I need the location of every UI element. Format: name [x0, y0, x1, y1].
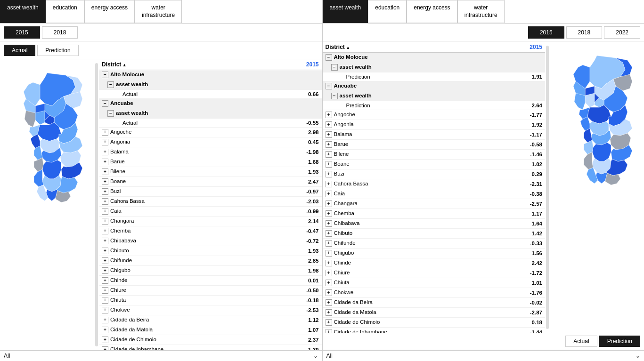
expand-icon[interactable]: +	[326, 319, 332, 326]
expand-icon[interactable]: +	[102, 159, 108, 165]
expand-icon[interactable]: +	[102, 218, 108, 225]
expand-icon[interactable]: +	[102, 188, 108, 195]
right-table-area[interactable]: District 2015 −Alto Molocue−asset wealth…	[323, 42, 546, 333]
expand-icon[interactable]: +	[326, 289, 332, 296]
expand-icon[interactable]: +	[326, 181, 332, 187]
left-tab-asset-wealth[interactable]: asset wealth	[0, 0, 46, 23]
left-table-area[interactable]: District 2015 −Alto Molocue−asset wealth…	[99, 59, 322, 350]
expand-icon[interactable]: +	[102, 337, 108, 343]
left-tab-education[interactable]: education	[46, 0, 84, 23]
row-label: Chigubo	[334, 250, 354, 256]
cell-value: 1.93	[274, 167, 322, 177]
expand-icon[interactable]: +	[326, 191, 332, 197]
right-col-district[interactable]: District	[323, 42, 498, 53]
expand-icon[interactable]: +	[326, 230, 332, 237]
right-year-2018[interactable]: 2018	[566, 26, 603, 39]
left-year-2015[interactable]: 2015	[4, 26, 40, 39]
right-tab-asset-wealth[interactable]: asset wealth	[323, 0, 368, 23]
right-panel: asset wealth education energy access wat…	[323, 0, 644, 361]
expand-icon[interactable]: +	[102, 297, 108, 304]
expand-icon[interactable]: +	[326, 270, 332, 276]
cell-value: -1.46	[497, 150, 545, 160]
left-mozambique-map	[5, 68, 90, 341]
expand-icon[interactable]: +	[326, 141, 332, 148]
collapse-icon[interactable]: −	[331, 64, 338, 71]
collapse-icon[interactable]: −	[326, 54, 332, 61]
left-col-year[interactable]: 2015	[274, 59, 322, 70]
left-footer-chevron[interactable]: ⌄	[313, 353, 318, 359]
expand-icon[interactable]: +	[102, 139, 108, 145]
expand-icon[interactable]: +	[102, 168, 108, 175]
expand-icon[interactable]: +	[326, 151, 332, 158]
left-year-2018[interactable]: 2018	[42, 26, 78, 39]
table-row: +Cidade de Chimoio0.18	[323, 318, 546, 328]
collapse-icon[interactable]: −	[102, 72, 108, 78]
cell-value	[274, 109, 322, 119]
expand-icon[interactable]: +	[102, 149, 108, 155]
expand-icon[interactable]: +	[102, 198, 108, 205]
expand-icon[interactable]: +	[102, 346, 108, 350]
expand-icon[interactable]: +	[102, 267, 108, 274]
right-tab-water-infrastructure[interactable]: waterinfrastructure	[457, 0, 505, 23]
right-tab-education[interactable]: education	[368, 0, 407, 23]
expand-icon[interactable]: +	[326, 280, 332, 286]
expand-icon[interactable]: +	[102, 277, 108, 284]
expand-icon[interactable]: +	[102, 238, 108, 244]
expand-icon[interactable]: +	[326, 131, 332, 138]
right-tab-energy-access[interactable]: energy access	[407, 0, 457, 23]
expand-icon[interactable]: +	[326, 220, 332, 227]
expand-icon[interactable]: +	[102, 248, 108, 254]
expand-icon[interactable]: +	[326, 210, 332, 217]
expand-icon[interactable]: +	[326, 309, 332, 316]
collapse-icon[interactable]: −	[331, 93, 338, 99]
expand-icon[interactable]: +	[102, 287, 108, 294]
expand-icon[interactable]: +	[326, 299, 332, 306]
collapse-icon[interactable]: −	[107, 110, 114, 117]
right-actual-button[interactable]: Actual	[565, 336, 597, 347]
left-col-district[interactable]: District	[99, 59, 274, 70]
right-year-2022[interactable]: 2022	[604, 26, 640, 39]
collapse-icon[interactable]: −	[102, 100, 108, 107]
row-label: Cidade de Chimoio	[334, 319, 380, 325]
expand-icon[interactable]: +	[326, 161, 332, 168]
right-prediction-button[interactable]: Prediction	[599, 336, 640, 347]
row-label: Chemba	[334, 210, 354, 216]
table-row: +Balama-1.98	[99, 147, 322, 157]
expand-icon[interactable]: +	[102, 327, 108, 333]
cell-value: -0.97	[274, 187, 322, 197]
left-actual-button[interactable]: Actual	[4, 45, 35, 56]
expand-icon[interactable]: +	[326, 329, 332, 333]
left-footer-all: All	[4, 353, 10, 359]
right-footer-chevron[interactable]: ⌄	[636, 353, 640, 359]
left-prediction-button[interactable]: Prediction	[37, 45, 78, 56]
expand-icon[interactable]: +	[326, 240, 332, 247]
expand-icon[interactable]: +	[102, 129, 108, 136]
cell-value: 2.47	[274, 177, 322, 187]
expand-icon[interactable]: +	[102, 257, 108, 264]
left-tab-water-infrastructure[interactable]: waterinfrastructure	[135, 0, 182, 23]
expand-icon[interactable]: +	[326, 112, 332, 118]
expand-icon[interactable]: +	[326, 250, 332, 257]
left-content-area: District 2015 −Alto Molocue−asset wealth…	[0, 59, 322, 350]
left-tab-energy-access[interactable]: energy access	[84, 0, 135, 23]
row-label: Ancuabe	[110, 100, 133, 106]
collapse-icon[interactable]: −	[107, 81, 114, 88]
row-label: Angoche	[110, 129, 131, 135]
expand-icon[interactable]: +	[326, 260, 332, 266]
table-row: −asset wealth	[323, 91, 546, 101]
expand-icon[interactable]: +	[102, 317, 108, 323]
expand-icon[interactable]: +	[102, 228, 108, 234]
right-col-year[interactable]: 2015	[497, 42, 545, 53]
expand-icon[interactable]: +	[102, 208, 108, 215]
expand-icon[interactable]: +	[326, 121, 332, 128]
cell-value: 2.64	[497, 101, 545, 110]
cell-value	[274, 99, 322, 109]
expand-icon[interactable]: +	[102, 178, 108, 185]
table-row: +Chokwe-2.53	[99, 305, 322, 315]
expand-icon[interactable]: +	[326, 201, 332, 207]
right-year-2015[interactable]: 2015	[528, 26, 564, 39]
collapse-icon[interactable]: −	[326, 83, 332, 89]
expand-icon[interactable]: +	[102, 307, 108, 313]
row-label: Boane	[110, 178, 126, 184]
expand-icon[interactable]: +	[326, 171, 332, 177]
